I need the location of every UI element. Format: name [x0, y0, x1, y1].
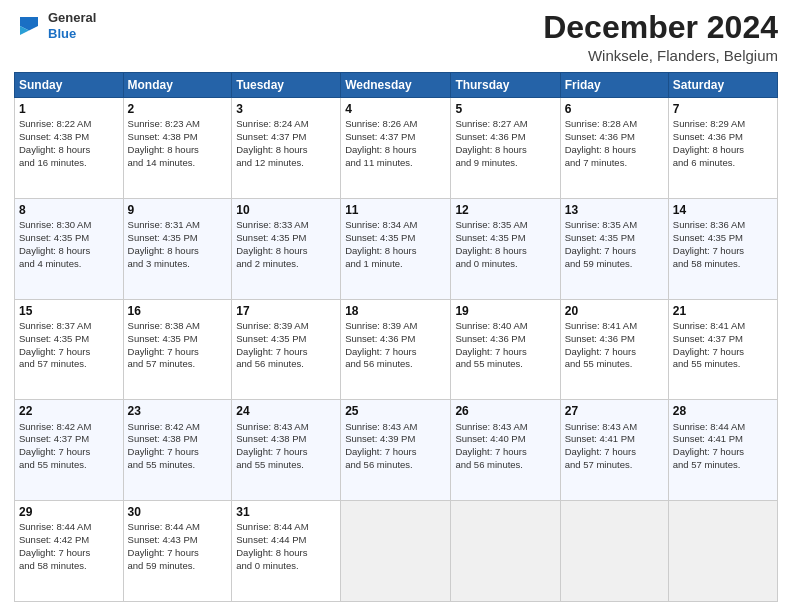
day-number: 16	[128, 303, 228, 319]
calendar-cell: 13Sunrise: 8:35 AMSunset: 4:35 PMDayligh…	[560, 198, 668, 299]
calendar-cell	[341, 501, 451, 602]
day-number: 1	[19, 101, 119, 117]
logo-text: General Blue	[48, 10, 96, 41]
calendar-cell: 18Sunrise: 8:39 AMSunset: 4:36 PMDayligh…	[341, 299, 451, 400]
calendar-cell: 9Sunrise: 8:31 AMSunset: 4:35 PMDaylight…	[123, 198, 232, 299]
calendar-week-row: 15Sunrise: 8:37 AMSunset: 4:35 PMDayligh…	[15, 299, 778, 400]
calendar-week-row: 1Sunrise: 8:22 AMSunset: 4:38 PMDaylight…	[15, 98, 778, 199]
col-header-saturday: Saturday	[668, 73, 777, 98]
calendar-cell: 4Sunrise: 8:26 AMSunset: 4:37 PMDaylight…	[341, 98, 451, 199]
header: General Blue December 2024 Winksele, Fla…	[14, 10, 778, 64]
day-number: 5	[455, 101, 555, 117]
day-number: 29	[19, 504, 119, 520]
calendar-cell: 29Sunrise: 8:44 AMSunset: 4:42 PMDayligh…	[15, 501, 124, 602]
logo: General Blue	[14, 10, 96, 41]
day-number: 26	[455, 403, 555, 419]
calendar-cell: 8Sunrise: 8:30 AMSunset: 4:35 PMDaylight…	[15, 198, 124, 299]
calendar-week-row: 22Sunrise: 8:42 AMSunset: 4:37 PMDayligh…	[15, 400, 778, 501]
calendar-cell: 21Sunrise: 8:41 AMSunset: 4:37 PMDayligh…	[668, 299, 777, 400]
day-number: 22	[19, 403, 119, 419]
calendar-cell: 14Sunrise: 8:36 AMSunset: 4:35 PMDayligh…	[668, 198, 777, 299]
day-number: 25	[345, 403, 446, 419]
location: Winksele, Flanders, Belgium	[543, 47, 778, 64]
calendar-cell: 28Sunrise: 8:44 AMSunset: 4:41 PMDayligh…	[668, 400, 777, 501]
calendar-cell: 11Sunrise: 8:34 AMSunset: 4:35 PMDayligh…	[341, 198, 451, 299]
calendar-cell: 22Sunrise: 8:42 AMSunset: 4:37 PMDayligh…	[15, 400, 124, 501]
month-title: December 2024	[543, 10, 778, 45]
day-number: 31	[236, 504, 336, 520]
day-number: 21	[673, 303, 773, 319]
col-header-wednesday: Wednesday	[341, 73, 451, 98]
calendar-cell: 20Sunrise: 8:41 AMSunset: 4:36 PMDayligh…	[560, 299, 668, 400]
day-number: 10	[236, 202, 336, 218]
calendar-cell: 2Sunrise: 8:23 AMSunset: 4:38 PMDaylight…	[123, 98, 232, 199]
calendar-cell	[451, 501, 560, 602]
calendar-cell: 10Sunrise: 8:33 AMSunset: 4:35 PMDayligh…	[232, 198, 341, 299]
col-header-tuesday: Tuesday	[232, 73, 341, 98]
day-number: 2	[128, 101, 228, 117]
day-number: 3	[236, 101, 336, 117]
calendar-cell	[668, 501, 777, 602]
title-block: December 2024 Winksele, Flanders, Belgiu…	[543, 10, 778, 64]
day-number: 13	[565, 202, 664, 218]
day-number: 23	[128, 403, 228, 419]
calendar-cell: 25Sunrise: 8:43 AMSunset: 4:39 PMDayligh…	[341, 400, 451, 501]
day-number: 6	[565, 101, 664, 117]
day-number: 8	[19, 202, 119, 218]
col-header-friday: Friday	[560, 73, 668, 98]
calendar-cell: 26Sunrise: 8:43 AMSunset: 4:40 PMDayligh…	[451, 400, 560, 501]
col-header-sunday: Sunday	[15, 73, 124, 98]
day-number: 15	[19, 303, 119, 319]
calendar-header-row: SundayMondayTuesdayWednesdayThursdayFrid…	[15, 73, 778, 98]
calendar-cell: 12Sunrise: 8:35 AMSunset: 4:35 PMDayligh…	[451, 198, 560, 299]
calendar-cell: 31Sunrise: 8:44 AMSunset: 4:44 PMDayligh…	[232, 501, 341, 602]
calendar-cell	[560, 501, 668, 602]
logo-blue: Blue	[48, 26, 76, 41]
day-number: 18	[345, 303, 446, 319]
page: General Blue December 2024 Winksele, Fla…	[0, 0, 792, 612]
logo-icon	[14, 11, 44, 41]
calendar-cell: 1Sunrise: 8:22 AMSunset: 4:38 PMDaylight…	[15, 98, 124, 199]
day-number: 17	[236, 303, 336, 319]
calendar-cell: 19Sunrise: 8:40 AMSunset: 4:36 PMDayligh…	[451, 299, 560, 400]
day-number: 30	[128, 504, 228, 520]
calendar-week-row: 8Sunrise: 8:30 AMSunset: 4:35 PMDaylight…	[15, 198, 778, 299]
calendar-cell: 3Sunrise: 8:24 AMSunset: 4:37 PMDaylight…	[232, 98, 341, 199]
day-number: 7	[673, 101, 773, 117]
day-number: 14	[673, 202, 773, 218]
day-number: 12	[455, 202, 555, 218]
day-number: 20	[565, 303, 664, 319]
day-number: 9	[128, 202, 228, 218]
day-number: 4	[345, 101, 446, 117]
calendar-week-row: 29Sunrise: 8:44 AMSunset: 4:42 PMDayligh…	[15, 501, 778, 602]
calendar-cell: 17Sunrise: 8:39 AMSunset: 4:35 PMDayligh…	[232, 299, 341, 400]
calendar-cell: 15Sunrise: 8:37 AMSunset: 4:35 PMDayligh…	[15, 299, 124, 400]
day-number: 11	[345, 202, 446, 218]
col-header-monday: Monday	[123, 73, 232, 98]
day-number: 27	[565, 403, 664, 419]
calendar-cell: 27Sunrise: 8:43 AMSunset: 4:41 PMDayligh…	[560, 400, 668, 501]
calendar-cell: 6Sunrise: 8:28 AMSunset: 4:36 PMDaylight…	[560, 98, 668, 199]
logo-general: General	[48, 10, 96, 25]
calendar-cell: 23Sunrise: 8:42 AMSunset: 4:38 PMDayligh…	[123, 400, 232, 501]
day-number: 24	[236, 403, 336, 419]
calendar-cell: 24Sunrise: 8:43 AMSunset: 4:38 PMDayligh…	[232, 400, 341, 501]
day-number: 19	[455, 303, 555, 319]
col-header-thursday: Thursday	[451, 73, 560, 98]
calendar-table: SundayMondayTuesdayWednesdayThursdayFrid…	[14, 72, 778, 602]
calendar-cell: 7Sunrise: 8:29 AMSunset: 4:36 PMDaylight…	[668, 98, 777, 199]
calendar-cell: 30Sunrise: 8:44 AMSunset: 4:43 PMDayligh…	[123, 501, 232, 602]
calendar-cell: 5Sunrise: 8:27 AMSunset: 4:36 PMDaylight…	[451, 98, 560, 199]
calendar-cell: 16Sunrise: 8:38 AMSunset: 4:35 PMDayligh…	[123, 299, 232, 400]
day-number: 28	[673, 403, 773, 419]
